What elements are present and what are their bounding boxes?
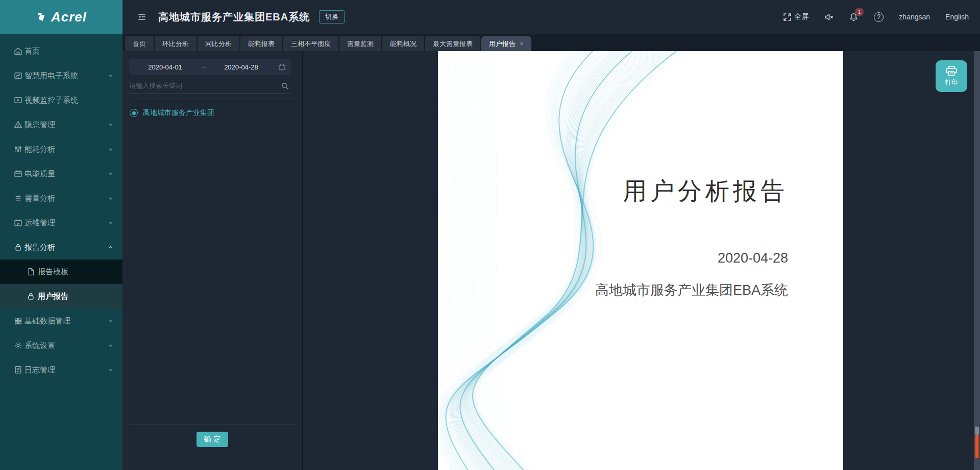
calendar-icon — [14, 170, 22, 178]
date-end-value[interactable]: 2020-04-28 — [205, 63, 277, 71]
list-icon — [14, 194, 22, 203]
ops-calendar-icon — [14, 219, 22, 227]
sidebar-item-home[interactable]: 首页 — [0, 39, 122, 63]
tab-homepage[interactable]: 首页 — [125, 36, 154, 51]
radio-selected-icon[interactable] — [130, 109, 138, 117]
sidebar-item-user-report[interactable]: 用户报告 — [0, 284, 122, 309]
confirm-button[interactable]: 确定 — [197, 432, 228, 447]
sliders-icon — [14, 145, 22, 154]
vertical-scrollbar[interactable] — [974, 51, 980, 470]
speaker-muted-icon — [824, 12, 834, 22]
video-icon — [14, 96, 22, 105]
sidebar-item-demand-analysis[interactable]: 需量分析 — [0, 186, 122, 210]
search-box — [129, 78, 291, 94]
scrollbar-marker[interactable] — [975, 435, 978, 458]
tab-user-report[interactable]: 用户报告 × — [481, 36, 531, 51]
chevron-down-icon — [108, 122, 113, 128]
help-icon: ? — [874, 12, 884, 22]
sidebar-item-power-quality[interactable]: 电能质量 — [0, 161, 122, 186]
chevron-down-icon — [108, 196, 113, 201]
sidebar-item-system-settings[interactable]: 系统设置 — [0, 333, 122, 358]
search-input[interactable] — [129, 82, 281, 89]
sidebar-item-report-template[interactable]: 报告模板 — [0, 260, 122, 284]
gear-icon — [14, 341, 22, 350]
fullscreen-label: 全屏 — [794, 12, 808, 21]
sidebar-item-smart-power[interactable]: 智慧用电子系统 — [0, 63, 122, 88]
tab-demand-monitor[interactable]: 需量监测 — [339, 36, 381, 51]
close-tab-icon[interactable]: × — [520, 40, 524, 48]
decorative-wave-graphic — [438, 51, 724, 470]
sidebar-submenu-report-analysis: 报告模板 用户报告 — [0, 260, 122, 309]
tab-energy-overview[interactable]: 能耗概况 — [382, 36, 424, 51]
fullscreen-icon — [783, 13, 792, 21]
page-title: 高地城市服务产业集团EBA系统 — [158, 10, 310, 24]
printer-icon — [945, 65, 958, 77]
report-subtitle: 高地城市服务产业集团EBA系统 — [595, 281, 788, 299]
chevron-down-icon — [108, 367, 113, 373]
brand-logo: Acrel — [0, 0, 122, 34]
panel-divider — [129, 99, 296, 99]
date-range-picker[interactable]: 2020-04-01 ~ 2020-04-28 — [129, 59, 291, 75]
language-switcher[interactable]: English — [945, 13, 969, 21]
tab-max-demand-report[interactable]: 最大需量报表 — [425, 36, 480, 51]
tab-bar: 首页 环比分析 同比分析 能耗报表 三相不平衡度 需量监测 能耗概况 最大需量报… — [122, 34, 980, 51]
sidebar: 首页 智慧用电子系统 视频监控子系统 隐患管理 能耗分析 电能质量 — [0, 34, 122, 470]
warning-triangle-icon — [14, 121, 22, 129]
switch-project-button[interactable]: 切换 — [319, 10, 345, 24]
org-radio-label: 高地城市服务产业集团 — [143, 108, 214, 118]
tab-mom-analysis[interactable]: 环比分析 — [155, 36, 197, 51]
chevron-down-icon — [108, 220, 113, 226]
report-content-area: 用户分析报告 2020-04-28 高地城市服务产业集团EBA系统 — [303, 51, 980, 470]
sidebar-item-ops-mgmt[interactable]: 运维管理 — [0, 210, 122, 235]
mute-button[interactable] — [824, 12, 834, 22]
date-start-value[interactable]: 2020-04-01 — [129, 63, 201, 71]
sidebar-item-video-monitor[interactable]: 视频监控子系统 — [0, 88, 122, 112]
scrollbar-thumb[interactable] — [975, 427, 979, 435]
app-root: Acrel 高地城市服务产业集团EBA系统 切换 全屏 — [0, 0, 980, 470]
sidebar-item-log-mgmt[interactable]: 日志管理 — [0, 358, 122, 382]
search-icon[interactable] — [281, 82, 289, 90]
header-bar: 高地城市服务产业集团EBA系统 切换 全屏 1 — [122, 0, 980, 34]
calendar-icon — [278, 63, 286, 71]
tab-three-phase-unbalance[interactable]: 三相不平衡度 — [283, 36, 338, 51]
username[interactable]: zhangsan — [899, 13, 930, 21]
fullscreen-button[interactable]: 全屏 — [783, 12, 808, 21]
report-date: 2020-04-28 — [718, 250, 788, 266]
sidebar-item-report-analysis[interactable]: 报告分析 — [0, 235, 122, 260]
sidebar-item-hazard-mgmt[interactable]: 隐患管理 — [0, 112, 122, 137]
chevron-down-icon — [108, 147, 113, 152]
chevron-down-icon — [108, 343, 113, 348]
lock-icon — [27, 292, 35, 301]
header-actions: 全屏 1 ? zhangsan English — [783, 12, 980, 22]
filter-panel: 2020-04-01 ~ 2020-04-28 高地城市服务产业集团 确定 — [122, 51, 303, 470]
date-separator: ~ — [201, 63, 205, 71]
file-icon — [27, 268, 35, 276]
print-button[interactable]: 打印 — [936, 60, 967, 92]
grid-icon — [14, 317, 22, 325]
acrel-logo-icon — [36, 11, 48, 23]
org-radio-option[interactable]: 高地城市服务产业集团 — [130, 108, 214, 118]
print-label: 打印 — [945, 78, 958, 87]
panel-footer-divider — [129, 425, 296, 425]
collapse-menu-icon[interactable] — [137, 12, 147, 22]
chevron-down-icon — [108, 318, 113, 324]
report-page: 用户分析报告 2020-04-28 高地城市服务产业集团EBA系统 — [438, 51, 843, 470]
notifications-button[interactable]: 1 — [849, 12, 859, 22]
log-document-icon — [14, 366, 22, 374]
chart-icon — [14, 72, 22, 80]
tab-energy-report[interactable]: 能耗报表 — [240, 36, 282, 51]
report-title: 用户分析报告 — [623, 175, 788, 207]
sidebar-item-energy-analysis[interactable]: 能耗分析 — [0, 137, 122, 161]
brand-logo-text: Acrel — [51, 9, 87, 25]
sidebar-item-base-data[interactable]: 基础数据管理 — [0, 309, 122, 333]
help-button[interactable]: ? — [874, 12, 884, 22]
chevron-down-icon — [108, 171, 113, 177]
notification-badge: 1 — [855, 8, 864, 16]
chevron-down-icon — [108, 73, 113, 79]
chevron-up-icon — [108, 245, 113, 250]
home-icon — [14, 47, 22, 56]
lock-icon — [14, 243, 22, 252]
tab-yoy-analysis[interactable]: 同比分析 — [198, 36, 239, 51]
